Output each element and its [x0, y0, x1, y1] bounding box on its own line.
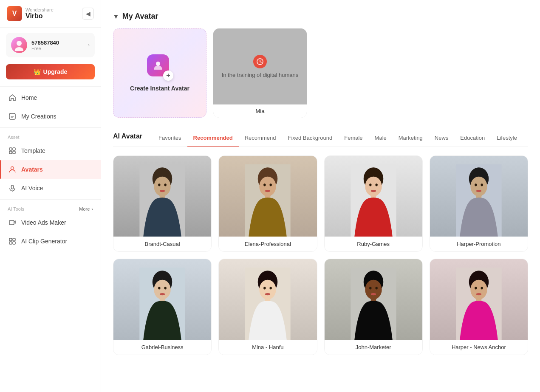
avatar-image-ruby — [325, 156, 422, 237]
training-text: In the training of digital humans — [217, 72, 304, 78]
training-clock-icon — [253, 55, 267, 68]
sidebar-item-video-ads[interactable]: Video Ads Maker — [0, 213, 101, 232]
my-creations-icon — [8, 112, 17, 121]
svg-rect-12 — [13, 238, 15, 241]
avatar-card-gabriel[interactable]: Gabriel-Business — [113, 259, 212, 355]
sidebar-item-ai-voice-label: AI Voice — [21, 185, 43, 192]
tab-news[interactable]: News — [429, 131, 455, 147]
svg-point-1 — [15, 47, 23, 51]
svg-point-7 — [11, 167, 14, 170]
ai-avatar-header: AI Avatar FavoritesRecommendedRecommendF… — [113, 131, 528, 147]
svg-point-57 — [270, 287, 272, 289]
my-avatar-title: My Avatar — [122, 12, 158, 21]
svg-point-35 — [369, 183, 371, 186]
tab-male[interactable]: Male — [369, 131, 393, 147]
sidebar-item-avatars[interactable]: Avatars — [0, 160, 101, 179]
main-content: ▼ My Avatar + Create Instant Avatar — [101, 0, 540, 392]
avatar-card-ruby[interactable]: Ruby-Games — [324, 155, 423, 252]
divider-2 — [0, 127, 101, 128]
tools-more-link[interactable]: More › — [79, 206, 93, 212]
avatar-label-john: John-Marketer — [325, 340, 422, 355]
user-block[interactable]: 578587840 Free › — [6, 33, 95, 57]
tab-recommended[interactable]: Recommended — [187, 131, 239, 147]
avatar-card-mina-hanfu[interactable]: Mina - Hanfu — [218, 259, 317, 355]
svg-point-50 — [164, 287, 167, 289]
training-avatar-card[interactable]: In the training of digital humans Mia — [213, 28, 307, 118]
svg-point-48 — [154, 280, 170, 300]
avatar-label-harper-promo: Harper-Promotion — [430, 237, 528, 251]
sidebar-item-ai-voice[interactable]: AI Voice — [0, 179, 101, 197]
avatar-label-elena: Elena-Professional — [219, 237, 317, 251]
svg-point-22 — [164, 183, 167, 186]
ai-avatar-title: AI Avatar — [113, 133, 153, 145]
avatar-grid: Brandt-CasualElena-ProfessionalRuby-Game… — [113, 155, 528, 355]
tab-favorites[interactable]: Favorites — [153, 131, 187, 147]
svg-rect-11 — [9, 238, 12, 241]
svg-point-49 — [158, 287, 160, 289]
create-icon-wrap: + — [147, 54, 172, 80]
avatar-card-harper-promo[interactable]: Harper-Promotion — [430, 155, 528, 252]
company-name: Wondershare — [25, 7, 54, 12]
section-arrow-icon: ▼ — [113, 13, 119, 20]
tools-more-icon: › — [91, 206, 93, 212]
svg-rect-10 — [9, 220, 14, 225]
logo-icon: V — [7, 6, 22, 21]
avatar-image-harper-news — [430, 259, 528, 340]
svg-rect-14 — [13, 242, 15, 244]
sidebar-item-home[interactable]: Home — [0, 88, 101, 107]
svg-point-42 — [475, 183, 477, 186]
video-ads-icon — [8, 218, 17, 227]
active-indicator — [0, 160, 1, 179]
tab-fixed-background[interactable]: Fixed Background — [282, 131, 338, 147]
svg-point-69 — [470, 280, 487, 300]
tabs-row: FavoritesRecommendedRecommendFixed Backg… — [153, 131, 523, 147]
tab-lifestyle[interactable]: Lifestyle — [491, 131, 523, 147]
avatar-image-gabriel — [113, 259, 211, 340]
user-info: 578587840 Free — [31, 39, 84, 51]
svg-point-28 — [264, 183, 266, 186]
sidebar-item-ai-clip[interactable]: AI Clip Generator — [0, 232, 101, 251]
training-card-inner: In the training of digital humans — [213, 28, 307, 104]
avatar-card-elena[interactable]: Elena-Professional — [218, 155, 317, 252]
svg-point-44 — [476, 190, 482, 192]
svg-point-15 — [156, 62, 160, 66]
svg-rect-6 — [13, 151, 15, 154]
avatar-image-harper-promo — [430, 156, 528, 237]
svg-point-29 — [270, 183, 272, 186]
upgrade-label: Upgrade — [43, 68, 68, 75]
ai-avatar-section: AI Avatar FavoritesRecommendedRecommendF… — [113, 131, 528, 355]
tools-header: AI Tools More › — [0, 201, 101, 213]
sidebar-item-my-creations[interactable]: My Creations — [0, 107, 101, 126]
svg-point-56 — [264, 287, 266, 289]
tab-female[interactable]: Female — [338, 131, 368, 147]
avatar-card-brandt[interactable]: Brandt-Casual — [113, 155, 212, 252]
avatar-card-harper-news[interactable]: Harper - News Anchor — [430, 259, 528, 355]
tab-education[interactable]: Education — [454, 131, 491, 147]
collapse-button[interactable]: ◀ — [82, 8, 94, 20]
collapse-icon: ◀ — [86, 10, 90, 17]
my-avatar-header: ▼ My Avatar — [113, 12, 528, 21]
tab-recommend[interactable]: Recommend — [239, 131, 282, 147]
svg-rect-4 — [13, 148, 15, 150]
logo-bar: V Wondershare Virbo ◀ — [0, 0, 101, 28]
svg-point-64 — [375, 287, 377, 289]
svg-point-20 — [154, 177, 170, 197]
svg-point-27 — [260, 177, 276, 197]
avatar-label-mina-hanfu: Mina - Hanfu — [219, 340, 317, 355]
tab-marketing[interactable]: Marketing — [393, 131, 429, 147]
avatar-image-mina-hanfu — [219, 259, 317, 340]
user-id: 578587840 — [31, 39, 84, 46]
avatar-label-brandt: Brandt-Casual — [113, 237, 211, 251]
avatar-card-john[interactable]: John-Marketer — [324, 259, 423, 355]
asset-section-label: Asset — [0, 130, 101, 141]
my-avatar-row: + Create Instant Avatar In the training … — [113, 28, 528, 118]
tools-more-label: More — [79, 206, 90, 212]
create-plus-icon: + — [163, 71, 173, 81]
svg-point-58 — [265, 293, 271, 295]
sidebar-item-home-label: Home — [21, 94, 37, 101]
sidebar-item-template[interactable]: Template — [0, 141, 101, 160]
create-avatar-card[interactable]: + Create Instant Avatar — [113, 28, 206, 118]
upgrade-button[interactable]: 👑 Upgrade — [6, 64, 95, 79]
sidebar-item-my-creations-label: My Creations — [21, 113, 56, 120]
svg-point-43 — [481, 183, 483, 186]
